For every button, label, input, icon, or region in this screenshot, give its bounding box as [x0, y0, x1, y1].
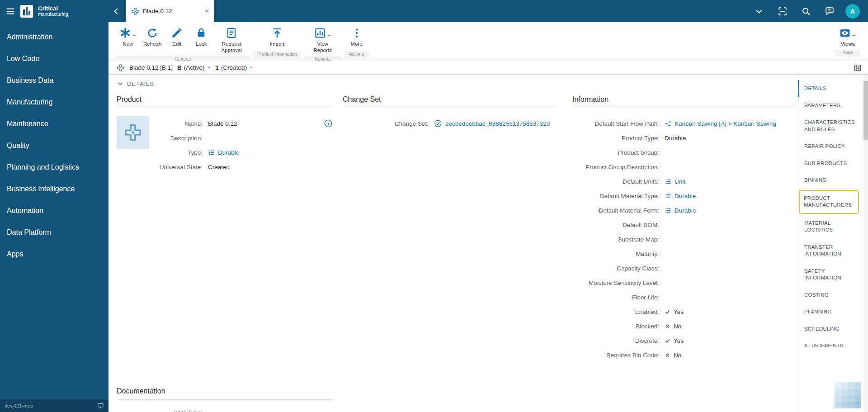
field-row-name: Name:Blade 0.12 [156, 116, 343, 131]
field-row-universal-state: Universal State:Created [156, 160, 343, 174]
scrollbar[interactable] [863, 75, 868, 412]
back-button[interactable] [108, 0, 124, 22]
field-label: Product Group Description: [572, 164, 659, 170]
nav-item-product-manufacturers[interactable]: PRODUCT MANUFACTURERS [799, 190, 859, 214]
change-set-value: aecbedeebbac_638825513756537329 [445, 120, 550, 127]
documentation-section: Documentation CAD Type: [117, 387, 343, 412]
field-value: No [665, 351, 681, 359]
nav-item-scheduling[interactable]: SCHEDULING [798, 321, 862, 338]
sidebar-item-business-intelligence[interactable]: Business Intelligence [0, 178, 108, 200]
nav-item-characteristics-and-rules[interactable]: CHARACTERISTICS AND RULES [798, 114, 862, 138]
sidebar-item-administration[interactable]: Administration [0, 26, 108, 48]
field-label: Universal State: [156, 164, 203, 170]
nav-item-repair-policy[interactable]: REPAIR POLICY [798, 138, 862, 155]
refresh-icon [146, 27, 158, 39]
more-icon [351, 27, 363, 39]
chevron-down-icon[interactable] [754, 6, 764, 16]
view-reports-button[interactable]: View Reports [305, 25, 341, 55]
ribbon-group-general: NewRefreshEditLockRequest ApprovalGenera… [115, 22, 250, 61]
caret-down-icon [852, 33, 856, 38]
info-icon[interactable] [324, 119, 333, 128]
edit-button[interactable]: Edit [165, 25, 189, 48]
field-value[interactable]: Durable [208, 148, 239, 156]
new-button[interactable]: New [116, 25, 140, 48]
sidebar-item-manufacturing[interactable]: Manufacturing [0, 91, 108, 113]
lock-button[interactable]: Lock [189, 25, 213, 48]
field-row-discrete: Discrete:Yes [572, 333, 798, 348]
information-fields: Default Start Flow Path:Kanban Sawing [A… [572, 116, 798, 362]
button-label: More [350, 41, 362, 47]
nav-item-attachments[interactable]: ATTACHMENTS [798, 337, 862, 355]
more-button[interactable]: More [344, 25, 369, 48]
nav-item-parameters[interactable]: PARAMETERS [798, 97, 862, 114]
sidebar-item-business-data[interactable]: Business Data [0, 70, 108, 91]
sidebar-item-maintenance[interactable]: Maintenance [0, 113, 108, 135]
sidebar-item-low-code[interactable]: Low Code [0, 48, 108, 70]
field-row-cad-type: CAD Type: [117, 405, 343, 412]
field-value[interactable]: Durable [665, 206, 696, 214]
field-value[interactable]: Kanban Sawing [A] > Kanban Sawing [665, 119, 776, 128]
tab-blade-0-12[interactable]: Blade 0.12 [126, 0, 214, 22]
revision-selector[interactable]: 1 (Created) [216, 64, 254, 71]
grid-view-icon[interactable] [854, 64, 862, 72]
sidebar-item-data-platform[interactable]: Data Platform [0, 222, 108, 243]
sidebar-item-planning-and-logistics[interactable]: Planning and Logistics [0, 156, 108, 178]
version-selector[interactable]: B (Active) [177, 64, 211, 71]
button-label: Lock [196, 41, 207, 47]
user-avatar[interactable]: A [845, 4, 860, 19]
scrollbar-thumb[interactable] [863, 81, 868, 140]
widget-panel-thumbnail[interactable] [835, 382, 861, 408]
chevron-down-icon [207, 66, 211, 70]
topbar-actions: A [741, 0, 868, 22]
field-value: Durable [665, 134, 686, 142]
scan-icon[interactable] [778, 6, 788, 16]
ribbon-group-page: ViewsPage [835, 22, 861, 59]
sidebar-item-automation[interactable]: Automation [0, 200, 108, 222]
field-row-change-set: Change Set: aecbedeebbac_638825513756537… [343, 116, 572, 131]
nav-item-details[interactable]: DETAILS [798, 80, 862, 97]
sidebar-item-apps[interactable]: Apps [0, 243, 108, 265]
content-area: DETAILS Product Name:Blade 0.12Descripti… [108, 75, 868, 412]
hamburger-menu-icon[interactable] [5, 6, 15, 16]
button-label: Refresh [143, 41, 161, 47]
details-section-toggle[interactable]: DETAILS [117, 80, 798, 87]
flow-icon [665, 120, 671, 127]
search-icon[interactable] [801, 6, 811, 16]
field-row-blocked: Blocked:No [572, 319, 798, 333]
nav-item-safety-information[interactable]: SAFETY INFORMATION [798, 263, 862, 287]
field-label: Product Type: [572, 135, 659, 142]
field-row-requires-bin-code: Requires Bin Code:No [572, 348, 798, 362]
ribbon-toolbar: NewRefreshEditLockRequest ApprovalGenera… [108, 22, 868, 61]
import-button[interactable]: Import [265, 25, 289, 48]
ribbon-group-label: Product Information [253, 51, 301, 58]
nav-item-material-logistics[interactable]: MATERIAL LOGISTICS [798, 215, 862, 239]
list-icon [665, 178, 671, 185]
ribbon-group-label: Actions [344, 51, 369, 58]
field-value[interactable]: Unit [665, 177, 685, 185]
request-approval-button[interactable]: Request Approval [213, 25, 250, 55]
nav-item-sub-products[interactable]: SUB-PRODUCTS [798, 155, 862, 172]
sidebar-item-quality[interactable]: Quality [0, 135, 108, 156]
ribbon-group-actions: MoreActions [344, 22, 370, 61]
product-image [117, 116, 149, 149]
views-button[interactable]: Views [835, 25, 860, 48]
field-label: Substrate Map: [572, 236, 659, 243]
check-icon [665, 338, 670, 344]
nav-item-binning[interactable]: BINNING [798, 172, 862, 189]
page-section-nav: DETAILSPARAMETERSCHARACTERISTICS AND RUL… [798, 75, 863, 412]
ribbon-group-product-information: ImportProduct Information [252, 22, 302, 61]
nav-item-transfer-information[interactable]: TRANSFER INFORMATION [798, 239, 862, 263]
request-approval-icon [226, 27, 237, 39]
product-icon [131, 7, 139, 15]
back-icon [112, 7, 121, 16]
change-set-link[interactable]: aecbedeebbac_638825513756537329 [434, 119, 550, 128]
revision-number: 1 [216, 64, 219, 71]
chat-icon[interactable] [825, 6, 835, 16]
nav-item-planning[interactable]: PLANNING [798, 303, 862, 321]
monitor-icon[interactable] [97, 403, 104, 409]
field-value[interactable]: Durable [665, 192, 696, 200]
field-row-default-start-flow-path: Default Start Flow Path:Kanban Sawing [A… [572, 116, 798, 131]
refresh-button[interactable]: Refresh [140, 25, 165, 48]
nav-item-costing[interactable]: COSTING [798, 287, 862, 304]
close-tab-icon[interactable] [204, 8, 210, 14]
